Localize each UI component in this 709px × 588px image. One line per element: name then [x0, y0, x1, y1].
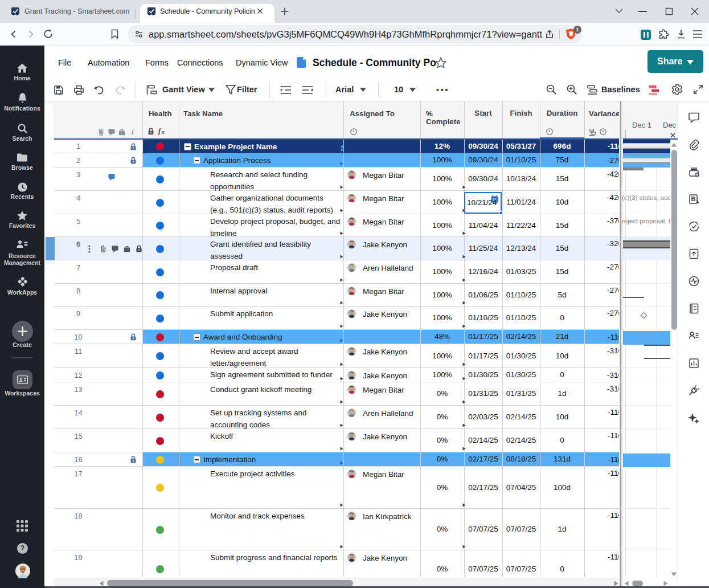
svg-text:B: B: [691, 195, 696, 202]
